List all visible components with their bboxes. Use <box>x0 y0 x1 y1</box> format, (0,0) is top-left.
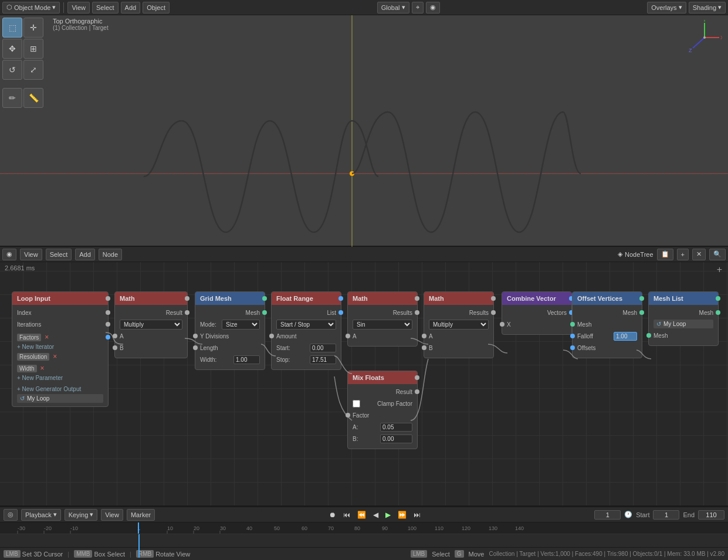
nodetree-search[interactable]: 🔍 <box>709 249 726 260</box>
grid-width-input[interactable] <box>233 355 260 364</box>
view-menu[interactable]: View <box>67 2 90 13</box>
grid-mode-select[interactable]: Size Count <box>222 320 260 330</box>
mesh-list-header[interactable]: Mesh List <box>649 292 718 305</box>
loop-icon2: ↺ <box>656 321 661 327</box>
resolution-tag[interactable]: Resolution <box>17 353 49 361</box>
mix-b-input[interactable] <box>380 435 412 443</box>
grid-mesh-header[interactable]: Grid Mesh <box>195 292 265 305</box>
shading-btn[interactable]: Shading ▾ <box>689 2 726 13</box>
add-generator-output-btn[interactable]: + New Generator Output <box>17 386 103 392</box>
factors-remove[interactable]: × <box>45 333 49 341</box>
play-reverse-btn[interactable]: ◀ <box>371 510 380 520</box>
node-node-menu[interactable]: Node <box>99 249 122 260</box>
start-frame-input[interactable] <box>653 510 679 520</box>
float-mode-select[interactable]: Start / Stop Count <box>276 320 336 330</box>
svg-text:-20: -20 <box>44 525 52 531</box>
overlays-btn[interactable]: Overlays ▾ <box>647 2 686 13</box>
step-back-btn[interactable]: ⏪ <box>355 510 368 520</box>
offset-vertices-title: Offset Vertices <box>577 295 622 302</box>
mix-result-port <box>415 389 419 394</box>
timeline-type[interactable]: ◎ <box>4 509 18 521</box>
playback-menu[interactable]: Playback ▾ <box>21 509 61 521</box>
float-start-row[interactable]: Start: <box>276 342 336 353</box>
float-stop-input[interactable] <box>310 355 336 364</box>
mix-a-input[interactable] <box>380 423 412 432</box>
svg-text:90: 90 <box>382 525 388 531</box>
select-menu[interactable]: Select <box>92 2 118 13</box>
math1-result-row: Result <box>120 307 182 318</box>
math2-result-port <box>415 310 419 315</box>
add-iterator-btn[interactable]: + New Iterator <box>17 344 103 350</box>
node-editor-type[interactable]: ◉ <box>2 249 16 260</box>
math2-op-row[interactable]: Sin Cos Multiply <box>353 319 412 330</box>
factors-tag[interactable]: Factors <box>17 334 41 341</box>
math1-header[interactable]: Math <box>115 292 187 305</box>
jump-start-btn[interactable]: ⏮ <box>341 510 352 520</box>
math2-header[interactable]: Math <box>348 292 417 305</box>
math2-result-row: Results <box>353 307 412 318</box>
math1-operation[interactable]: Multiply Add Sin <box>120 320 182 330</box>
nodetree-x[interactable]: ✕ <box>692 249 706 260</box>
mix-factor-row: Factor <box>353 410 412 420</box>
end-label: End <box>683 511 695 518</box>
mode-selector[interactable]: ⬡ Object Mode ▾ <box>2 2 60 13</box>
mix-b-row[interactable]: B: <box>353 433 412 444</box>
falloff-input[interactable] <box>614 332 637 341</box>
keying-menu[interactable]: Keying ▾ <box>65 509 98 521</box>
grid-width-row[interactable]: Width: <box>200 354 260 365</box>
combine-vector-header[interactable]: Combine Vector <box>502 292 571 305</box>
object-menu[interactable]: Object <box>143 2 170 13</box>
clamp-checkbox[interactable] <box>353 400 360 408</box>
nodetree-selector[interactable]: ◈ NodeTree <box>618 250 653 258</box>
mesh-list-title: Mesh List <box>653 295 683 302</box>
current-frame-input[interactable] <box>594 510 621 520</box>
record-btn[interactable]: ⏺ <box>327 510 338 520</box>
add-parameter-btn[interactable]: + New Parameter <box>17 375 103 381</box>
grid-mode-row[interactable]: Mode: Size Count <box>200 319 260 330</box>
node-loop-input: Loop Input Index Iterations Factors × <box>12 291 109 407</box>
offset-vertices-header[interactable]: Offset Vertices <box>573 292 642 305</box>
math1-op-row[interactable]: Multiply Add Sin <box>120 319 182 330</box>
math3-header[interactable]: Math <box>424 292 493 305</box>
marker-menu[interactable]: Marker <box>127 509 155 521</box>
width-tag[interactable]: Width <box>17 365 37 372</box>
node-select-menu[interactable]: Select <box>46 249 72 260</box>
node-add-menu[interactable]: Add <box>75 249 95 260</box>
node-canvas[interactable]: 2.6681 ms + Lo <box>0 262 728 505</box>
float-startstop-row[interactable]: Start / Stop Count <box>276 319 336 330</box>
dropdown2-icon: ▾ <box>402 4 405 11</box>
end-frame-input[interactable] <box>698 510 724 520</box>
transform-selector[interactable]: Global ▾ <box>377 2 409 13</box>
proportional-btn[interactable]: ◉ <box>426 2 440 13</box>
timeline-ruler[interactable]: -30 -20 -10 1 10 20 30 40 50 60 70 80 90… <box>0 522 728 534</box>
loop-input-header[interactable]: Loop Input <box>12 292 108 305</box>
math3-op-row[interactable]: Multiply Add Sin <box>429 319 489 330</box>
mix-clamp-row[interactable]: Clamp Factor <box>353 398 412 409</box>
mix-floats-header[interactable]: Mix Floats <box>348 371 417 384</box>
zoom-add-btn[interactable]: + <box>717 264 722 275</box>
math2-operation[interactable]: Sin Cos Multiply <box>353 320 412 330</box>
jump-end-btn[interactable]: ⏭ <box>412 510 422 520</box>
mix-a-row[interactable]: A: <box>353 422 412 432</box>
float-amount-row: Amount <box>276 331 336 341</box>
nodetree-add[interactable]: + <box>677 249 689 260</box>
float-range-list-row: List <box>276 307 336 318</box>
add-menu[interactable]: Add <box>121 2 141 13</box>
nodetree-new[interactable]: 📋 <box>657 249 673 260</box>
svg-text:130: 130 <box>489 525 497 531</box>
float-range-header[interactable]: Float Range <box>272 292 341 305</box>
perf-display: 2.6681 ms <box>5 264 35 271</box>
grid-mesh-out-dot <box>262 296 267 301</box>
play-btn[interactable]: ▶ <box>384 510 392 520</box>
svg-text:X: X <box>720 35 722 40</box>
step-fwd-btn[interactable]: ⏩ <box>396 510 408 520</box>
offset-falloff-row[interactable]: Falloff <box>577 331 637 341</box>
width-remove[interactable]: × <box>40 364 45 372</box>
snap-btn[interactable]: ⌖ <box>412 2 424 13</box>
node-view-menu[interactable]: View <box>20 249 42 260</box>
resolution-remove[interactable]: × <box>53 352 57 361</box>
timeline-view-menu[interactable]: View <box>101 509 123 521</box>
float-stop-row[interactable]: Stop: <box>276 354 336 365</box>
math3-operation[interactable]: Multiply Add Sin <box>429 320 489 330</box>
float-start-input[interactable] <box>310 344 336 352</box>
